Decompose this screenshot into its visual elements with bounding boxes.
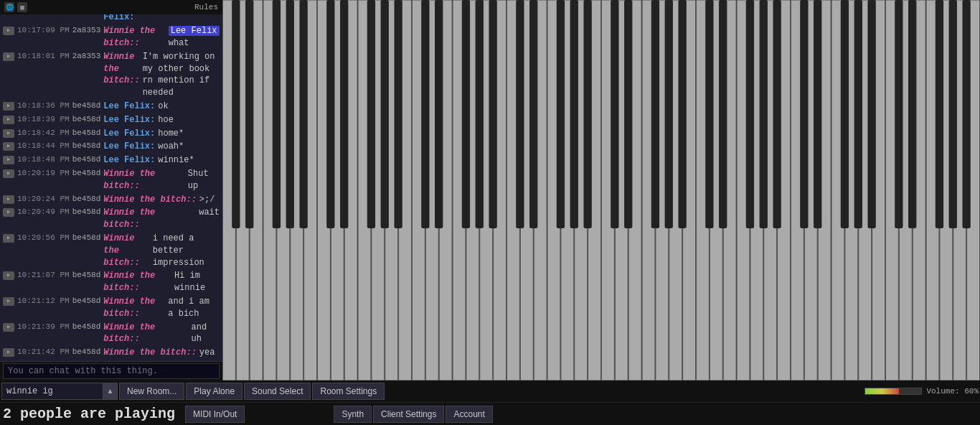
bottom-section: ▲ New Room... Play Alone Sound Select Ro… bbox=[0, 380, 980, 425]
message-content: Lee Felix what bbox=[169, 25, 220, 50]
message-row: 10:20:49 PMbe458dWinnie the bitch:: wait bbox=[0, 206, 222, 232]
svg-rect-89 bbox=[854, 0, 862, 228]
svg-rect-60 bbox=[299, 0, 307, 228]
svg-rect-78 bbox=[651, 0, 659, 228]
svg-rect-81 bbox=[705, 0, 713, 228]
piano-keyboard bbox=[222, 0, 980, 380]
message-uid: be458d bbox=[72, 207, 101, 218]
chat-panel: 🌐 ▦ Rules 10:16:40 PMbe458dLee Felix: ag… bbox=[0, 0, 222, 380]
message-row: 10:18:39 PMbe458dLee Felix: hoe bbox=[0, 113, 222, 127]
message-username: Winnie the bitch:: bbox=[103, 233, 150, 268]
account-button[interactable]: Account bbox=[446, 406, 492, 423]
svg-rect-74 bbox=[570, 0, 578, 228]
svg-rect-84 bbox=[760, 0, 768, 228]
message-content: >;/ bbox=[199, 194, 215, 206]
players-status: 2 people are playing bbox=[3, 406, 175, 422]
message-content: home* bbox=[158, 128, 184, 140]
top-bar: 🌐 ▦ Rules bbox=[0, 0, 222, 14]
message-icon bbox=[3, 297, 14, 306]
svg-rect-80 bbox=[678, 0, 686, 228]
message-uid: be458d bbox=[72, 194, 101, 205]
message-icon bbox=[3, 129, 14, 138]
message-icon bbox=[3, 234, 14, 243]
message-row: 10:18:36 PMbe458dLee Felix: ok bbox=[0, 100, 222, 113]
top-bar-icons: 🌐 ▦ bbox=[4, 2, 27, 12]
chat-input[interactable] bbox=[3, 363, 220, 379]
message-time: 10:21:12 PM bbox=[17, 296, 70, 307]
svg-rect-92 bbox=[908, 0, 916, 228]
message-username: Winnie the bitch:: bbox=[103, 168, 185, 192]
message-username: Winnie the bitch:: bbox=[103, 347, 197, 359]
message-username: Lee Felix: bbox=[103, 154, 155, 167]
message-username: Lee Felix: bbox=[103, 101, 155, 113]
message-username: Winnie the bitch:: bbox=[103, 296, 165, 320]
room-dropdown[interactable]: ▲ bbox=[1, 383, 118, 400]
message-uid: be458d bbox=[72, 296, 101, 307]
room-dropdown-arrow[interactable]: ▲ bbox=[103, 383, 117, 399]
message-uid: be458d bbox=[72, 347, 101, 358]
message-uid: be458d bbox=[72, 233, 101, 243]
message-username: Lee Felix: bbox=[103, 14, 154, 24]
synth-button[interactable]: Synth bbox=[334, 406, 372, 423]
message-time: 10:18:44 PM bbox=[17, 141, 70, 151]
message-content: hoe bbox=[158, 114, 174, 126]
message-uid: be458d bbox=[72, 141, 101, 151]
message-time: 10:18:36 PM bbox=[17, 101, 70, 111]
svg-rect-65 bbox=[394, 0, 402, 228]
room-input[interactable] bbox=[2, 386, 103, 396]
message-row: 10:21:42 PMbe458dWinnie the bitch:: yea bbox=[0, 346, 222, 360]
globe-icon[interactable]: 🌐 bbox=[4, 2, 14, 12]
message-username: Lee Felix: bbox=[103, 128, 155, 140]
message-icon bbox=[3, 102, 14, 111]
volume-fill bbox=[865, 388, 899, 394]
svg-rect-86 bbox=[800, 0, 808, 228]
message-row: 10:16:44 PMbe458dLee Felix: AAAHAHAHAHHA bbox=[0, 14, 222, 24]
piano-area bbox=[222, 0, 980, 380]
message-uid: be458d bbox=[72, 101, 101, 111]
midi-inout-button[interactable]: MIDI In/Out bbox=[185, 406, 245, 423]
message-content: I'm working on my other book rn mention … bbox=[143, 51, 220, 99]
svg-rect-66 bbox=[421, 0, 429, 228]
message-uid: be458d bbox=[72, 114, 101, 125]
message-content: winnie* bbox=[158, 154, 194, 167]
message-username: Lee Felix: bbox=[103, 141, 155, 153]
sound-select-button[interactable]: Sound Select bbox=[244, 383, 311, 400]
client-settings-button[interactable]: Client Settings bbox=[373, 406, 444, 423]
rules-button[interactable]: Rules bbox=[194, 3, 218, 11]
svg-rect-79 bbox=[665, 0, 673, 228]
message-time: 10:18:42 PM bbox=[17, 128, 70, 139]
message-icon bbox=[3, 27, 14, 35]
message-row: 10:18:01 PM2a8353Winnie the bitch:: I'm … bbox=[0, 50, 222, 100]
room-settings-button[interactable]: Room Settings bbox=[312, 383, 385, 400]
svg-rect-61 bbox=[326, 0, 334, 228]
message-uid: be458d bbox=[72, 168, 101, 179]
message-row: 10:18:44 PMbe458dLee Felix: woah* bbox=[0, 140, 222, 154]
message-uid: 2a8353 bbox=[72, 51, 101, 62]
message-time: 10:21:39 PM bbox=[17, 322, 70, 332]
play-alone-button[interactable]: Play Alone bbox=[186, 383, 242, 400]
message-uid: be458d bbox=[72, 270, 101, 281]
grid-icon[interactable]: ▦ bbox=[17, 2, 27, 12]
message-time: 10:17:09 PM bbox=[17, 25, 70, 36]
message-icon bbox=[3, 142, 14, 151]
svg-rect-88 bbox=[841, 0, 849, 228]
new-room-button[interactable]: New Room... bbox=[119, 383, 184, 400]
svg-rect-71 bbox=[516, 0, 524, 228]
message-content: Shut up bbox=[188, 168, 220, 192]
message-content: yea bbox=[199, 347, 215, 359]
svg-rect-64 bbox=[381, 0, 389, 228]
message-time: 10:20:49 PM bbox=[17, 207, 70, 218]
svg-rect-95 bbox=[962, 0, 970, 228]
message-row: 10:21:39 PMbe458dWinnie the bitch:: and … bbox=[0, 321, 222, 347]
svg-rect-82 bbox=[719, 0, 727, 228]
message-content: ok bbox=[158, 101, 168, 113]
message-username: Winnie the bitch:: bbox=[103, 25, 165, 50]
svg-rect-62 bbox=[340, 0, 348, 228]
volume-track[interactable] bbox=[864, 388, 922, 395]
svg-rect-69 bbox=[476, 0, 484, 228]
svg-rect-72 bbox=[529, 0, 537, 228]
message-row: 10:20:24 PMbe458dWinnie the bitch:: >;/ bbox=[0, 193, 222, 207]
volume-label: Volume: 60% bbox=[926, 387, 979, 396]
svg-rect-58 bbox=[273, 0, 281, 228]
message-content: and uh bbox=[192, 322, 220, 346]
